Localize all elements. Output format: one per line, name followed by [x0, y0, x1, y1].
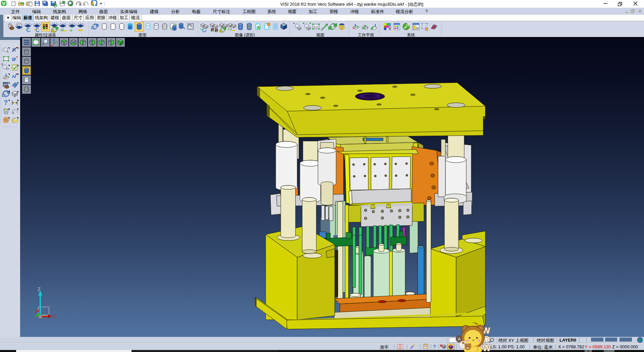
svg-text:+: + [227, 27, 230, 32]
svg-text:+: + [69, 27, 73, 34]
svg-text:/: / [230, 27, 232, 32]
svg-text:1:1: 1:1 [314, 25, 318, 29]
svg-text:?: ? [433, 344, 436, 349]
svg-text:W: W [483, 343, 491, 352]
svg-text:+: + [200, 27, 203, 32]
svg-text:?: ? [4, 99, 8, 106]
svg-text:+: + [293, 21, 295, 25]
svg-text:+: + [60, 28, 62, 33]
svg-text:A: A [458, 337, 461, 342]
svg-text:/: / [62, 28, 64, 33]
svg-text:Z: Z [38, 286, 41, 292]
svg-text:±: ± [1, 62, 3, 66]
svg-text:X: X [53, 314, 56, 319]
